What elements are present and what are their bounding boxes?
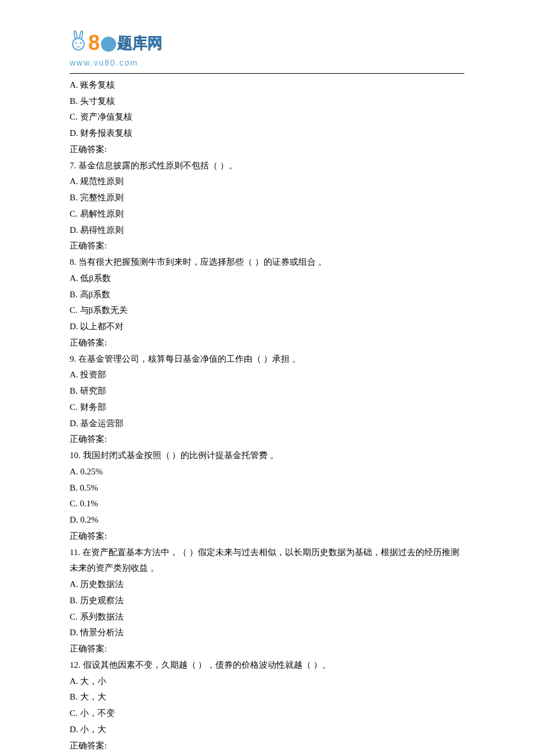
option-a: A. 账务复核 — [70, 77, 464, 93]
question-text: 在资产配置基本方法中，（ ）假定未来与过去相似，以长期历史数据为基础，根据过去的… — [70, 548, 459, 573]
answer-label: 正确答案: — [70, 238, 464, 254]
question-block: 7. 基金信息披露的形式性原则不包括（ ）。 A. 规范性原则 B. 完整性原则… — [70, 158, 464, 255]
option-b: B. 完整性原则 — [70, 190, 464, 206]
option-d: D. 小，大 — [70, 722, 464, 738]
option-d: D. 情景分析法 — [70, 625, 464, 641]
svg-point-2 — [80, 42, 82, 44]
option-d: D. 财务报表复核 — [70, 125, 464, 142]
option-d: D. 基金运营部 — [70, 416, 464, 432]
question-text: 在基金管理公司，核算每日基金净值的工作由（ ）承担 。 — [76, 354, 300, 363]
answer-label: 正确答案: — [70, 528, 464, 545]
logo-graphic: 8 题库网 — [70, 29, 464, 57]
option-a: A. 0.25% — [70, 464, 464, 480]
option-b: B. 0.5% — [70, 480, 464, 496]
question-text: 假设其他因素不变，久期越（ ），债券的价格波动性就越（ ）。 — [81, 660, 331, 669]
option-a: A. 大，小 — [70, 674, 464, 690]
option-c: C. 小，不变 — [70, 705, 464, 722]
option-c: C. 资产净值复核 — [70, 109, 464, 125]
option-d: D. 易得性原则 — [70, 222, 464, 239]
option-b: B. 头寸复核 — [70, 93, 464, 110]
question-number: 10. — [70, 451, 81, 460]
question-text: 当有很大把握预测牛市到来时，应选择那些（ ）的证券或组合 。 — [76, 257, 326, 267]
logo-url: www.vu80.com — [70, 56, 464, 71]
question-block: 11. 在资产配置基本方法中，（ ）假定未来与过去相似，以长期历史数据为基础，根… — [70, 545, 464, 657]
svg-point-1 — [75, 42, 77, 44]
answer-label: 正确答案: — [70, 738, 464, 754]
answer-label: 正确答案: — [70, 142, 464, 158]
question-number: 8. — [70, 257, 76, 267]
question-block: 8. 当有很大把握预测牛市到来时，应选择那些（ ）的证券或组合 。 A. 低β系… — [70, 254, 464, 351]
question-number: 7. — [70, 161, 76, 170]
option-c: C. 系列数据法 — [70, 609, 464, 625]
answer-label: 正确答案: — [70, 431, 464, 448]
question-text: 我国封闭式基金按照（ ）的比例计提基金托管费 。 — [81, 451, 279, 460]
question-block: 13. （ ）是满足投资者需求的手段 。 A. 产品 — [70, 754, 464, 756]
logo-circle-icon — [101, 37, 116, 52]
answer-label: 正确答案: — [70, 335, 464, 351]
bunny-icon — [70, 29, 87, 57]
option-b: B. 大，大 — [70, 689, 464, 705]
option-b: B. 历史观察法 — [70, 593, 464, 609]
question-number: 9. — [70, 354, 76, 363]
option-b: B. 高β系数 — [70, 287, 464, 303]
option-a: A. 历史数据法 — [70, 577, 464, 593]
question-block: 9. 在基金管理公司，核算每日基金净值的工作由（ ）承担 。 A. 投资部 B.… — [70, 351, 464, 448]
option-b: B. 研究部 — [70, 383, 464, 399]
document-content: A. 账务复核 B. 头寸复核 C. 资产净值复核 D. 财务报表复核 正确答案… — [70, 77, 464, 756]
question-text: 基金信息披露的形式性原则不包括（ ）。 — [76, 161, 237, 170]
question-number: 12. — [70, 660, 81, 669]
option-d: D. 0.2% — [70, 512, 464, 528]
site-logo: 8 题库网 www.vu80.com — [70, 29, 464, 71]
svg-point-0 — [73, 38, 84, 50]
question-block: 10. 我国封闭式基金按照（ ）的比例计提基金托管费 。 A. 0.25% B.… — [70, 448, 464, 545]
option-c: C. 易解性原则 — [70, 206, 464, 222]
logo-eight: 8 — [88, 33, 100, 53]
question-block: 12. 假设其他因素不变，久期越（ ），债券的价格波动性就越（ ）。 A. 大，… — [70, 657, 464, 754]
answer-label: 正确答案: — [70, 641, 464, 657]
option-c: C. 财务部 — [70, 399, 464, 416]
option-a: A. 投资部 — [70, 367, 464, 383]
option-a: A. 规范性原则 — [70, 174, 464, 190]
logo-text: 题库网 — [117, 29, 163, 57]
option-a: A. 低β系数 — [70, 271, 464, 287]
header-divider — [70, 73, 464, 74]
question-number: 11. — [70, 548, 80, 557]
option-c: C. 与β系数无关 — [70, 303, 464, 319]
option-c: C. 0.1% — [70, 496, 464, 512]
option-d: D. 以上都不对 — [70, 319, 464, 335]
